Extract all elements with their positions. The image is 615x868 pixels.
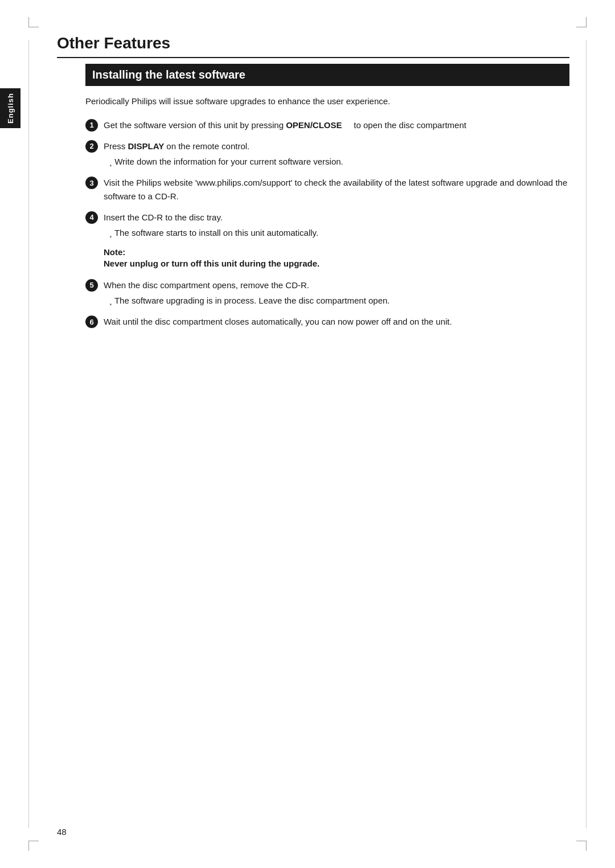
step-2-sub: Write down the information for your curr…	[104, 155, 569, 168]
step-number-4: 4	[85, 211, 98, 224]
main-content: Installing the latest software Periodica…	[85, 64, 569, 328]
step-5-content: When the disc compartment opens, remove …	[104, 279, 569, 308]
page-number: 48	[57, 827, 67, 837]
step-3: 3 Visit the Philips website 'www.philips…	[85, 176, 569, 203]
note-label: Note:	[104, 247, 569, 257]
step-number-2: 2	[85, 140, 98, 153]
step-6: 6 Wait until the disc compartment closes…	[85, 315, 569, 328]
section-heading: Installing the latest software	[85, 64, 569, 86]
step-number-6: 6	[85, 316, 98, 328]
step-4-sub: The software starts to install on this u…	[104, 226, 569, 239]
step-4-content: Insert the CD-R to the disc tray. The so…	[104, 211, 569, 240]
note-text: Never unplug or turn off this unit durin…	[104, 257, 569, 270]
step-5-sub: The software upgrading is in process. Le…	[104, 294, 569, 307]
step-3-content: Visit the Philips website 'www.philips.c…	[104, 176, 569, 203]
page-title: Other Features	[57, 34, 569, 58]
step-4: 4 Insert the CD-R to the disc tray. The …	[85, 211, 569, 240]
step-number-1: 1	[85, 119, 98, 132]
step-5: 5 When the disc compartment opens, remov…	[85, 279, 569, 308]
step-2: 2 Press DISPLAY on the remote control. W…	[85, 140, 569, 169]
intro-text: Periodically Philips will issue software…	[85, 95, 569, 108]
step-1-content: Get the software version of this unit by…	[104, 118, 569, 132]
step-1: 1 Get the software version of this unit …	[85, 118, 569, 132]
step-number-3: 3	[85, 177, 98, 189]
step-6-content: Wait until the disc compartment closes a…	[104, 315, 569, 328]
step-2-content: Press DISPLAY on the remote control. Wri…	[104, 140, 569, 169]
step-number-5: 5	[85, 279, 98, 292]
note-section: Note: Never unplug or turn off this unit…	[104, 247, 569, 270]
